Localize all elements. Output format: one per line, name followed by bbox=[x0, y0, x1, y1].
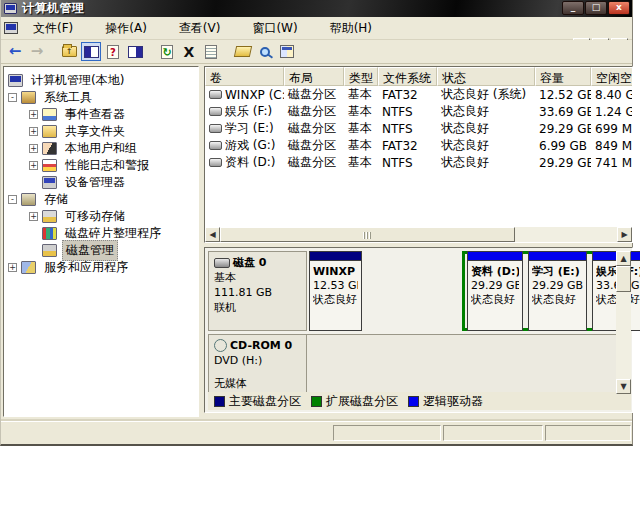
shared-folders-icon bbox=[42, 125, 57, 138]
collapse-toggle[interactable]: - bbox=[8, 93, 17, 102]
device-manager-icon bbox=[42, 176, 57, 189]
cdrom-empty-area bbox=[307, 334, 618, 394]
tree-item-system-tools[interactable]: - 系统工具 bbox=[4, 89, 198, 106]
volume-row-ziliao[interactable]: 资料 (D:) 磁盘分区 基本 NTFS 状态良好 29.29 GB 741 M… bbox=[205, 154, 632, 171]
column-volume[interactable]: 卷 bbox=[205, 67, 284, 86]
tree-item-device-manager[interactable]: 设备管理器 bbox=[4, 174, 198, 191]
logical-color-swatch bbox=[408, 396, 419, 407]
show-console-tree-icon[interactable] bbox=[81, 42, 101, 61]
menu-bar: 文件(F) 操作(A) 查看(V) 窗口(W) 帮助(H) _ ❐ x bbox=[1, 17, 632, 40]
volume-row-yule[interactable]: 娱乐 (F:) 磁盘分区 基本 NTFS 状态良好 33.69 GB 1.24 … bbox=[205, 103, 632, 120]
legend-primary: 主要磁盘分区 bbox=[214, 393, 301, 410]
partition-legend: 主要磁盘分区 扩展磁盘分区 逻辑驱动器 bbox=[208, 392, 631, 410]
views-icon[interactable] bbox=[277, 42, 297, 61]
partition-xuexi[interactable]: 学习 (E:) 29.29 GB NTFS 状态良好 bbox=[528, 251, 587, 331]
disk0-size: 111.81 GB bbox=[214, 285, 301, 300]
volume-icon bbox=[209, 158, 222, 167]
expand-toggle[interactable]: + bbox=[29, 110, 38, 119]
tree-item-local-users[interactable]: + 本地用户和组 bbox=[4, 140, 198, 157]
tree-item-shared-folders[interactable]: + 共享文件夹 bbox=[4, 123, 198, 140]
legend-logical: 逻辑驱动器 bbox=[408, 393, 483, 410]
storage-icon bbox=[21, 193, 36, 206]
local-users-groups-icon bbox=[42, 142, 57, 155]
disk0-header[interactable]: 磁盘 0 基本 111.81 GB 联机 bbox=[208, 251, 307, 331]
search-icon[interactable] bbox=[255, 42, 275, 61]
mdi-child-icon[interactable] bbox=[4, 22, 18, 34]
horizontal-scrollbar[interactable]: ◀ ▶ bbox=[205, 227, 632, 242]
expand-toggle[interactable]: + bbox=[29, 212, 38, 221]
maximize-button[interactable]: □ bbox=[585, 1, 607, 15]
scrollbar-thumb[interactable] bbox=[616, 266, 631, 292]
up-folder-icon[interactable]: ↑ bbox=[59, 42, 79, 61]
expand-toggle[interactable]: + bbox=[29, 127, 38, 136]
disk-management-icon bbox=[42, 244, 57, 257]
partition-winxp[interactable]: WINXP (C:) 12.53 GB FAT32 状态良好 (系统) bbox=[309, 251, 362, 331]
app-icon bbox=[4, 3, 17, 14]
tree-item-performance-logs[interactable]: + 性能日志和警报 bbox=[4, 157, 198, 174]
delete-icon[interactable]: X bbox=[179, 42, 199, 61]
forward-icon: → bbox=[27, 42, 47, 61]
column-status[interactable]: 状态 bbox=[437, 67, 535, 86]
disk0-row: 磁盘 0 基本 111.81 GB 联机 WINXP (C:) 12.53 GB… bbox=[208, 251, 618, 331]
column-type[interactable]: 类型 bbox=[344, 67, 378, 86]
volume-row-xuexi[interactable]: 学习 (E:) 磁盘分区 基本 NTFS 状态良好 29.29 GB 699 M… bbox=[205, 120, 632, 137]
column-filesystem[interactable]: 文件系统 bbox=[378, 67, 437, 86]
menu-help[interactable]: 帮助(H) bbox=[321, 17, 381, 40]
volume-icon bbox=[209, 124, 222, 133]
legend-extended: 扩展磁盘分区 bbox=[311, 393, 398, 410]
logical-drive-band bbox=[468, 252, 522, 261]
cdrom-status: 无媒体 bbox=[214, 376, 301, 391]
volume-icon bbox=[209, 107, 222, 116]
expand-toggle[interactable]: + bbox=[8, 263, 17, 272]
volume-row-winxp[interactable]: WINXP (C:) 磁盘分区 基本 FAT32 状态良好 (系统) 12.52… bbox=[205, 86, 632, 103]
column-free-space[interactable]: 空闲空间 bbox=[591, 67, 633, 86]
expand-toggle[interactable]: + bbox=[29, 144, 38, 153]
scroll-down-icon[interactable]: ▼ bbox=[616, 379, 631, 394]
menu-view[interactable]: 查看(V) bbox=[170, 17, 230, 40]
partition-area: WINXP (C:) 12.53 GB FAT32 状态良好 (系统) 资料 (… bbox=[307, 251, 618, 331]
cdrom-row: CD-ROM 0 DVD (H:) 无媒体 bbox=[208, 334, 618, 394]
tree-item-computer-management[interactable]: 计算机管理(本地) bbox=[4, 72, 198, 89]
vertical-scrollbar[interactable]: ▲ ▼ bbox=[616, 251, 631, 394]
toolbar: ← → ↑ ? ↻ X bbox=[1, 40, 632, 64]
menu-window[interactable]: 窗口(W) bbox=[243, 17, 306, 40]
tree-item-event-viewer[interactable]: + 事件查看器 bbox=[4, 106, 198, 123]
collapse-toggle[interactable]: - bbox=[8, 195, 17, 204]
title-bar[interactable]: 计算机管理 _ □ x bbox=[1, 0, 632, 17]
column-capacity[interactable]: 容量 bbox=[535, 67, 591, 86]
scrollbar-thumb[interactable] bbox=[220, 227, 515, 242]
open-folder-icon[interactable] bbox=[233, 42, 253, 61]
tree-item-disk-management[interactable]: 磁盘管理 bbox=[4, 242, 198, 259]
menu-action[interactable]: 操作(A) bbox=[96, 17, 156, 40]
computer-icon bbox=[8, 74, 23, 87]
close-button[interactable]: x bbox=[608, 1, 630, 15]
scroll-up-icon[interactable]: ▲ bbox=[616, 251, 631, 266]
cdrom-media: DVD (H:) bbox=[214, 353, 301, 368]
volume-icon bbox=[209, 141, 222, 150]
disk0-type: 基本 bbox=[214, 270, 301, 285]
back-icon[interactable]: ← bbox=[5, 42, 25, 61]
disk0-status: 联机 bbox=[214, 300, 301, 315]
tree-item-removable-storage[interactable]: + 可移动存储 bbox=[4, 208, 198, 225]
scroll-right-icon[interactable]: ▶ bbox=[617, 227, 632, 242]
partition-ziliao[interactable]: 资料 (D:) 29.29 GB NTFS 状态良好 bbox=[467, 251, 523, 331]
tree-item-services-applications[interactable]: + 服务和应用程序 bbox=[4, 259, 198, 276]
expand-toggle[interactable]: + bbox=[29, 161, 38, 170]
refresh-icon[interactable]: ↻ bbox=[157, 42, 177, 61]
cdrom-header[interactable]: CD-ROM 0 DVD (H:) 无媒体 bbox=[208, 334, 307, 394]
harddisk-icon bbox=[214, 258, 230, 268]
scroll-left-icon[interactable]: ◀ bbox=[205, 227, 220, 242]
minimize-button[interactable]: _ bbox=[562, 1, 584, 15]
properties-icon[interactable] bbox=[201, 42, 221, 61]
event-viewer-icon bbox=[42, 108, 57, 121]
detail-pane-icon[interactable] bbox=[125, 42, 145, 61]
tree-item-storage[interactable]: - 存储 bbox=[4, 191, 198, 208]
menu-file[interactable]: 文件(F) bbox=[24, 17, 82, 40]
column-layout[interactable]: 布局 bbox=[284, 67, 344, 86]
volume-row-youxi[interactable]: 游戏 (G:) 磁盘分区 基本 FAT32 状态良好 6.99 GB 849 M… bbox=[205, 137, 632, 154]
status-pane bbox=[443, 425, 543, 441]
status-pane bbox=[545, 425, 631, 441]
primary-partition-band bbox=[310, 252, 361, 261]
volume-list-header: 卷 布局 类型 文件系统 状态 容量 空闲空间 bbox=[205, 67, 632, 86]
help-doc-icon[interactable]: ? bbox=[103, 42, 123, 61]
